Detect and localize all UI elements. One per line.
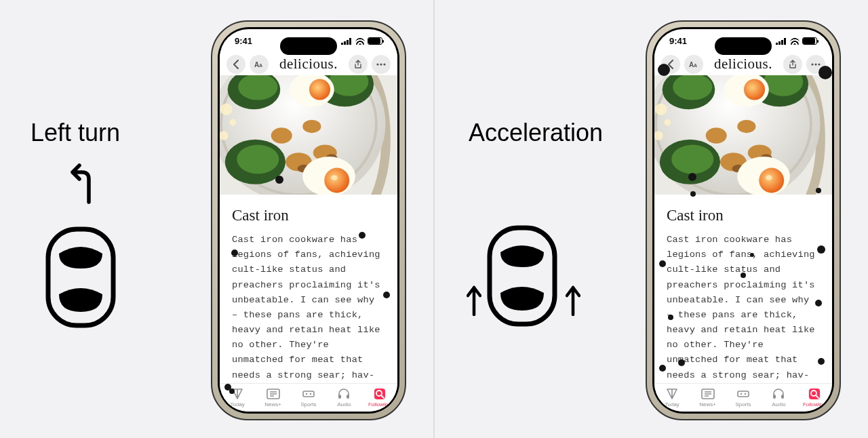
svg-rect-33 (338, 395, 341, 399)
svg-text:A: A (694, 63, 697, 68)
tab-today[interactable]: Today (654, 384, 690, 412)
svg-point-17 (271, 127, 292, 143)
article-title: Cast iron (232, 207, 385, 224)
motion-cue-dot (678, 359, 685, 366)
arrow-up-icon (467, 283, 481, 316)
motion-cue-dot (659, 260, 666, 267)
tab-audio[interactable]: Audio (326, 384, 361, 412)
motion-cue-dot (690, 191, 696, 197)
publisher-title: delicious. (273, 56, 344, 73)
tab-newsplus[interactable]: News+ (255, 384, 290, 412)
audio-icon (771, 388, 786, 400)
tab-sports[interactable]: Sports (291, 384, 326, 412)
motion-cue-dot (818, 66, 832, 79)
motion-cue-dot (816, 188, 821, 193)
following-icon (372, 388, 387, 400)
tab-newsplus[interactable]: News+ (690, 384, 725, 412)
svg-text:A: A (259, 63, 262, 68)
wifi-icon (790, 38, 800, 45)
svg-point-26 (220, 103, 232, 115)
status-time: 9:41 (235, 36, 252, 46)
svg-rect-67 (738, 391, 749, 397)
back-button[interactable] (226, 55, 245, 74)
motion-cue-dot (658, 64, 670, 76)
following-icon (807, 388, 822, 400)
svg-rect-34 (347, 395, 349, 399)
svg-point-31 (306, 393, 307, 395)
text-size-button[interactable]: AA (684, 55, 703, 74)
ellipsis-icon (376, 63, 386, 66)
svg-rect-70 (773, 395, 776, 399)
share-button[interactable] (783, 55, 802, 74)
tab-sports[interactable]: Sports (726, 384, 761, 412)
caption-left: Left turn (31, 119, 120, 147)
tab-bar: Today News+ Sports Audio Following (654, 383, 832, 412)
audio-icon (336, 388, 351, 400)
svg-point-42 (818, 63, 820, 65)
article-text: Cast iron cookware has legions of fans, … (667, 233, 820, 383)
svg-point-68 (741, 393, 742, 395)
motion-cue-dot (668, 315, 673, 320)
tab-following[interactable]: Following (362, 384, 397, 412)
share-icon (354, 60, 362, 69)
svg-point-54 (706, 127, 727, 143)
battery-icon (368, 37, 382, 45)
article-body[interactable]: Cast iron Cast iron cookware has legions… (220, 195, 397, 383)
svg-point-22 (309, 79, 330, 100)
article-nav-bar: AA delicious. (220, 54, 397, 75)
svg-point-18 (302, 120, 321, 133)
motion-cue-dot (275, 176, 283, 184)
phone-mock-left: 9:41 AA delicious. (211, 20, 406, 420)
motion-cue-dot (659, 365, 666, 372)
motion-cue-dot (688, 173, 696, 181)
svg-point-40 (811, 63, 813, 65)
svg-point-63 (655, 103, 667, 115)
tab-audio[interactable]: Audio (761, 384, 796, 412)
motion-cue-dot (817, 245, 825, 254)
text-size-icon: AA (254, 60, 264, 69)
svg-point-55 (737, 120, 755, 133)
motion-cue-dot (231, 250, 238, 256)
text-size-button[interactable]: AA (250, 55, 269, 74)
arrow-left-turn-icon (62, 163, 105, 205)
diagram-left-turn (31, 163, 146, 339)
article-hero-image (220, 75, 397, 195)
svg-point-24 (324, 167, 349, 193)
newsplus-icon (266, 388, 281, 400)
diagram-acceleration (465, 163, 580, 339)
svg-point-32 (310, 393, 311, 395)
battery-icon (802, 37, 817, 45)
cellular-icon (776, 38, 787, 45)
arrow-up-icon (566, 283, 580, 316)
car-icon (484, 222, 560, 330)
svg-point-4 (380, 63, 382, 65)
sports-icon (736, 388, 751, 400)
newsplus-icon (701, 388, 715, 400)
motion-cue-dot (359, 232, 366, 239)
svg-point-41 (814, 63, 816, 65)
svg-point-14 (237, 144, 279, 174)
more-button[interactable] (372, 55, 391, 74)
car-icon (43, 224, 119, 331)
svg-point-28 (230, 119, 237, 126)
article-body[interactable]: Cast iron Cast iron cookware has legions… (654, 195, 832, 383)
motion-cue-dot (815, 300, 822, 306)
svg-point-69 (745, 393, 746, 395)
sports-icon (301, 388, 316, 400)
article-nav-bar: AA delicious. (654, 54, 832, 75)
motion-cue-dot (383, 292, 390, 298)
panel-acceleration: Acceleration 9:41 (435, 0, 868, 438)
tab-following[interactable]: Following (797, 384, 832, 412)
cellular-icon (341, 38, 353, 45)
svg-point-62 (766, 175, 772, 180)
share-icon (789, 60, 797, 69)
panel-left-turn: Left turn 9:41 (0, 0, 435, 438)
tab-bar: Today News+ Sports Audio Following (220, 383, 397, 412)
share-button[interactable] (349, 55, 368, 74)
svg-rect-30 (303, 391, 314, 397)
motion-cue-dot (229, 389, 235, 394)
svg-point-59 (744, 79, 765, 100)
chevron-left-icon (233, 60, 239, 69)
text-size-icon: AA (688, 60, 699, 69)
article-title: Cast iron (667, 207, 820, 224)
